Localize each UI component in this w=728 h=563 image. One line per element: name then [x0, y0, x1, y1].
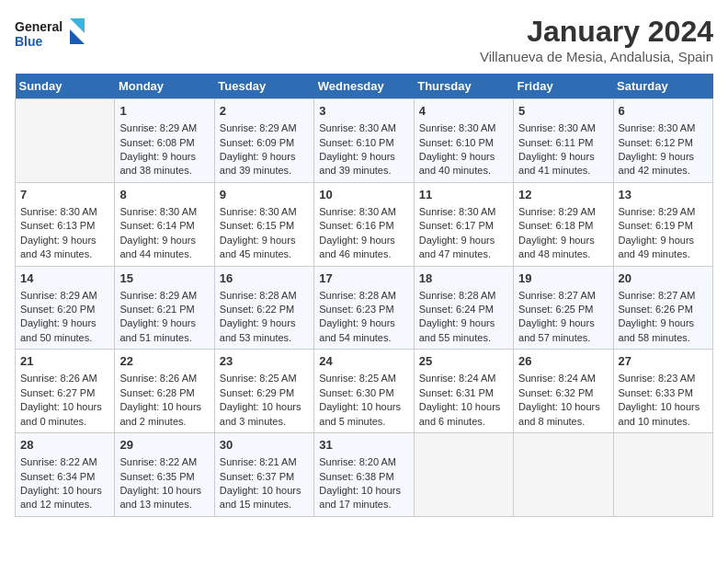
day-number: 29 [119, 437, 209, 454]
day-info-line: Daylight: 9 hours [119, 150, 209, 164]
day-info-line: Sunset: 6:10 PM [419, 136, 508, 150]
day-info-line: and 57 minutes. [518, 331, 608, 345]
day-info-line: Sunset: 6:19 PM [619, 219, 708, 233]
day-info-line: Daylight: 10 hours [220, 400, 309, 414]
day-info-line: and 2 minutes. [119, 415, 209, 429]
location-subtitle: Villanueva de Mesia, Andalusia, Spain [480, 49, 713, 64]
day-info-line: Daylight: 9 hours [319, 150, 408, 164]
day-info-line: Daylight: 9 hours [619, 316, 708, 330]
day-info-line: Daylight: 9 hours [20, 234, 109, 247]
column-header-monday: Monday [115, 74, 214, 99]
svg-text:General: General [15, 19, 63, 34]
calendar-day: 29Sunrise: 8:22 AMSunset: 6:35 PMDayligh… [115, 433, 214, 517]
day-number: 13 [619, 187, 708, 203]
day-info-line: Sunrise: 8:29 AM [119, 121, 209, 135]
day-info-line: Daylight: 9 hours [619, 234, 708, 247]
day-info-line: Daylight: 10 hours [20, 484, 109, 498]
day-info-line: Daylight: 10 hours [119, 484, 209, 498]
day-info-line: and 12 minutes. [20, 498, 109, 511]
calendar-day: 15Sunrise: 8:29 AMSunset: 6:21 PMDayligh… [115, 266, 214, 350]
day-info-line: and 44 minutes. [119, 247, 209, 261]
day-info-line: and 42 minutes. [619, 164, 708, 178]
day-info-line: and 13 minutes. [119, 498, 209, 511]
day-info-line: and 55 minutes. [419, 331, 508, 345]
day-info-line: Daylight: 10 hours [20, 400, 109, 414]
calendar-day: 11Sunrise: 8:30 AMSunset: 6:17 PMDayligh… [414, 182, 513, 266]
day-info-line: Sunset: 6:23 PM [319, 303, 408, 316]
day-info-line: and 53 minutes. [220, 331, 309, 345]
day-info-line: Sunrise: 8:22 AM [119, 455, 209, 469]
day-info-line: Daylight: 9 hours [319, 316, 408, 330]
day-number: 26 [518, 353, 608, 370]
day-info-line: and 51 minutes. [119, 331, 209, 345]
day-info-line: Sunset: 6:27 PM [20, 386, 109, 400]
day-number: 24 [319, 353, 408, 370]
day-info-line: Sunrise: 8:30 AM [619, 121, 708, 135]
calendar-day: 20Sunrise: 8:27 AMSunset: 6:26 PMDayligh… [613, 266, 712, 350]
day-number: 8 [119, 187, 209, 203]
day-info-line: Daylight: 9 hours [220, 150, 309, 164]
day-info-line: Sunset: 6:16 PM [319, 219, 408, 233]
calendar-day [414, 433, 513, 517]
day-info-line: Sunset: 6:34 PM [20, 470, 109, 484]
day-info-line: Daylight: 9 hours [220, 316, 309, 330]
calendar-day: 7Sunrise: 8:30 AMSunset: 6:13 PMDaylight… [16, 182, 115, 266]
day-info-line: and 39 minutes. [220, 164, 309, 178]
day-info-line: Sunset: 6:18 PM [518, 219, 608, 233]
day-info-line: Daylight: 9 hours [518, 150, 608, 164]
calendar-week-5: 28Sunrise: 8:22 AMSunset: 6:34 PMDayligh… [16, 433, 713, 517]
svg-marker-3 [70, 29, 85, 44]
calendar-day: 26Sunrise: 8:24 AMSunset: 6:32 PMDayligh… [514, 350, 613, 433]
day-number: 18 [419, 270, 508, 287]
day-number: 9 [220, 187, 309, 203]
day-info-line: Sunset: 6:11 PM [518, 136, 608, 150]
day-info-line: and 41 minutes. [518, 164, 608, 178]
day-info-line: Daylight: 10 hours [119, 400, 209, 414]
day-info-line: Sunrise: 8:30 AM [319, 205, 408, 219]
calendar-day: 9Sunrise: 8:30 AMSunset: 6:15 PMDaylight… [214, 182, 313, 266]
calendar-week-3: 14Sunrise: 8:29 AMSunset: 6:20 PMDayligh… [16, 266, 713, 350]
calendar-day: 14Sunrise: 8:29 AMSunset: 6:20 PMDayligh… [16, 266, 115, 350]
day-info-line: Sunrise: 8:24 AM [518, 372, 608, 385]
day-info-line: Sunrise: 8:30 AM [319, 121, 408, 135]
day-number: 16 [220, 270, 309, 287]
logo: General Blue [15, 15, 88, 55]
day-info-line: Sunset: 6:28 PM [119, 386, 209, 400]
day-info-line: Sunrise: 8:26 AM [20, 372, 109, 385]
logo-icon: General Blue [15, 15, 88, 55]
day-info-line: and 6 minutes. [419, 415, 508, 429]
day-info-line: Sunset: 6:31 PM [419, 386, 508, 400]
day-info-line: and 58 minutes. [619, 331, 708, 345]
calendar-day: 2Sunrise: 8:29 AMSunset: 6:09 PMDaylight… [214, 99, 313, 183]
day-info-line: Sunset: 6:30 PM [319, 386, 408, 400]
day-info-line: Sunrise: 8:29 AM [20, 289, 109, 303]
day-info-line: and 3 minutes. [220, 415, 309, 429]
day-number: 30 [220, 437, 309, 454]
calendar-day: 24Sunrise: 8:25 AMSunset: 6:30 PMDayligh… [314, 350, 414, 433]
day-info-line: and 10 minutes. [619, 415, 708, 429]
day-info-line: Sunset: 6:20 PM [20, 303, 109, 316]
day-info-line: Sunset: 6:10 PM [319, 136, 408, 150]
day-info-line: Sunrise: 8:24 AM [419, 372, 508, 385]
calendar-day: 12Sunrise: 8:29 AMSunset: 6:18 PMDayligh… [514, 182, 613, 266]
day-number: 3 [319, 103, 408, 120]
day-info-line: and 15 minutes. [220, 498, 309, 511]
day-info-line: and 48 minutes. [518, 247, 608, 261]
day-info-line: Daylight: 9 hours [319, 234, 408, 247]
calendar-table: SundayMondayTuesdayWednesdayThursdayFrid… [15, 74, 713, 517]
day-info-line: and 5 minutes. [319, 415, 408, 429]
day-number: 17 [319, 270, 408, 287]
day-info-line: Sunrise: 8:25 AM [319, 372, 408, 385]
calendar-day: 3Sunrise: 8:30 AMSunset: 6:10 PMDaylight… [314, 99, 414, 183]
day-info-line: and 39 minutes. [319, 164, 408, 178]
calendar-day [16, 99, 115, 183]
calendar-day: 6Sunrise: 8:30 AMSunset: 6:12 PMDaylight… [613, 99, 712, 183]
day-number: 22 [119, 353, 209, 370]
calendar-day: 13Sunrise: 8:29 AMSunset: 6:19 PMDayligh… [613, 182, 712, 266]
day-number: 23 [220, 353, 309, 370]
day-info-line: Daylight: 9 hours [619, 150, 708, 164]
day-info-line: Sunset: 6:25 PM [518, 303, 608, 316]
day-info-line: Sunrise: 8:25 AM [220, 372, 309, 385]
day-info-line: Sunrise: 8:28 AM [220, 289, 309, 303]
day-info-line: Sunrise: 8:29 AM [518, 205, 608, 219]
